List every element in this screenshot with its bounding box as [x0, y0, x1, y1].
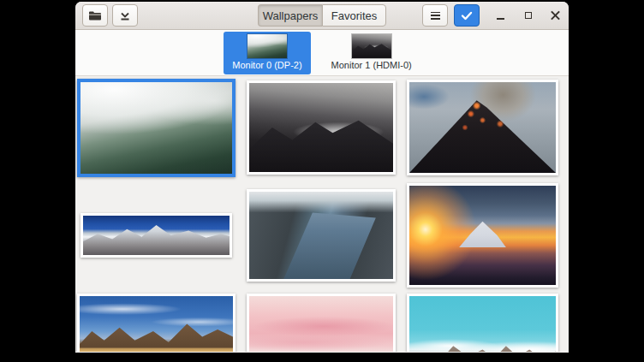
tab-favorites[interactable]: Favorites	[322, 4, 386, 27]
tab-wallpapers[interactable]: Wallpapers	[258, 4, 322, 27]
wallpaper-gallery	[75, 76, 569, 352]
wallpaper-image	[249, 83, 393, 172]
open-folder-button[interactable]	[82, 4, 108, 27]
mountain-silhouette	[352, 34, 391, 58]
wallpaper-item-fjord-aerial-view[interactable]	[247, 189, 396, 282]
wallpaper-image	[80, 82, 232, 174]
monitor-0-thumbnail	[247, 34, 287, 58]
fjord-water	[249, 192, 393, 279]
maximize-icon	[525, 12, 532, 19]
mountain-silhouette	[409, 186, 556, 285]
mountain-silhouette	[83, 216, 230, 255]
lava-sparks	[409, 82, 556, 173]
wallpaper-chooser-window: Wallpapers Favorites	[75, 2, 569, 353]
wallpaper-image	[409, 186, 556, 285]
wallpaper-item-erupting-volcano[interactable]	[407, 80, 558, 175]
monitor-0-label: Monitor 0 (DP-2)	[232, 60, 301, 70]
monitor-1-thumbnail	[352, 34, 391, 58]
wallpaper-image	[80, 296, 233, 352]
wallpaper-item-sunset-over-snowy-volcano[interactable]	[407, 183, 558, 288]
close-icon	[551, 11, 560, 21]
wallpaper-image	[409, 82, 556, 173]
view-switcher: Wallpapers Favorites	[258, 4, 386, 27]
wallpaper-image	[249, 192, 393, 279]
titlebar-right-group	[422, 4, 562, 27]
monitor-item-1[interactable]: Monitor 1 (HDMI-0)	[323, 32, 420, 74]
wallpaper-item-mountain-lake-reflection[interactable]	[77, 294, 236, 352]
apply-button[interactable]	[454, 4, 480, 27]
monitor-selector-bar: Monitor 0 (DP-2) Monitor 1 (HDMI-0)	[75, 30, 569, 76]
close-button[interactable]	[549, 9, 562, 22]
checkmark-icon	[461, 11, 473, 21]
wallpaper-item-turquoise-sky-snow-peaks[interactable]	[407, 294, 558, 352]
mountain-silhouette	[409, 296, 556, 352]
wallpaper-item-snowy-mountain-panorama[interactable]	[80, 213, 232, 258]
titlebar: Wallpapers Favorites	[75, 2, 569, 30]
wallpaper-image	[249, 296, 393, 352]
import-icon	[119, 10, 131, 21]
wallpaper-item-monochrome-storm-peaks[interactable]	[247, 80, 396, 175]
wallpaper-image	[409, 296, 556, 352]
maximize-button[interactable]	[522, 9, 534, 22]
hamburger-menu-icon	[431, 12, 440, 20]
wallpaper-image	[83, 216, 230, 255]
window-controls	[494, 9, 562, 22]
wallpaper-item-foggy-teal-mountains[interactable]	[77, 79, 236, 177]
import-button[interactable]	[112, 4, 138, 27]
titlebar-left-group	[82, 4, 138, 27]
folder-icon	[88, 10, 102, 21]
wallpaper-item-pink-sky-mountain-ridge[interactable]	[247, 294, 396, 352]
menu-button[interactable]	[422, 4, 448, 27]
screen-background: Wallpapers Favorites	[0, 0, 644, 362]
monitor-item-0[interactable]: Monitor 0 (DP-2)	[224, 32, 310, 74]
mountain-silhouette	[80, 296, 233, 352]
mountain-silhouette	[249, 296, 393, 352]
minimize-button[interactable]	[494, 9, 507, 22]
monitor-1-label: Monitor 1 (HDMI-0)	[331, 60, 412, 70]
mountain-silhouette	[249, 83, 393, 172]
minimize-icon	[497, 18, 504, 20]
